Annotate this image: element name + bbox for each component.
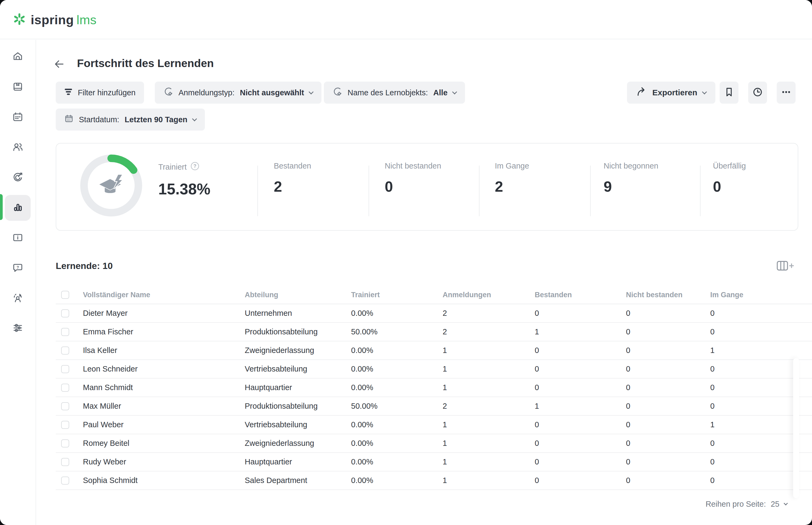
row-checkbox[interactable] — [61, 309, 69, 317]
stat-divider — [590, 166, 591, 216]
sidebar-item-users[interactable] — [5, 135, 31, 161]
row-checkbox[interactable] — [61, 402, 69, 410]
table-row[interactable]: Sophia SchmidtSales Department0.00%1000 — [56, 471, 812, 490]
stat-divider — [257, 166, 258, 216]
top-navbar: ispringlms — [0, 0, 812, 39]
row-checkbox[interactable] — [61, 458, 69, 466]
sidebar-item-settings[interactable] — [5, 316, 31, 341]
cell-department: Zweigniederlassung — [245, 439, 351, 448]
col-header-in-progress[interactable]: Im Gange — [710, 291, 812, 299]
cell-failed: 0 — [626, 402, 710, 410]
more-options-button[interactable] — [777, 81, 796, 104]
start-date-value: Letzten 90 Tagen — [125, 115, 187, 124]
table-body: Dieter MayerUnternehmen0.00%2000Emma Fis… — [56, 304, 812, 490]
calendar-icon — [12, 111, 24, 124]
rows-per-page-select[interactable]: Reihen pro Seite: 25 — [706, 497, 787, 511]
table-row[interactable]: Romey BeitelZweigniederlassung0.00%1000 — [56, 434, 812, 453]
sidebar-item-home[interactable] — [5, 44, 31, 70]
brand-logo[interactable]: ispringlms — [12, 0, 97, 39]
cell-trained: 50.00% — [351, 402, 442, 410]
cell-enrollments: 1 — [442, 439, 535, 448]
help-icon[interactable]: ? — [190, 162, 199, 172]
cell-name: Dieter Mayer — [83, 309, 245, 318]
stat-divider — [369, 166, 369, 216]
export-button[interactable]: Exportieren — [627, 81, 715, 104]
select-all-checkbox[interactable] — [61, 291, 69, 299]
col-header-trained[interactable]: Trainiert — [351, 291, 442, 299]
cell-trained: 0.00% — [351, 439, 442, 448]
sidebar-item-goals[interactable] — [5, 165, 31, 191]
table-row[interactable]: Max MüllerProduktionsabteilung50.00%2100 — [56, 397, 812, 416]
table-row[interactable]: Mann SchmidtHauptquartier0.00%1000 — [56, 378, 812, 397]
cell-trained: 0.00% — [351, 420, 442, 429]
cell-failed: 0 — [626, 383, 710, 392]
table-row[interactable]: Paul WeberVertriebsabteilung0.00%1001 — [56, 416, 812, 434]
col-header-failed[interactable]: Nicht bestanden — [626, 291, 710, 299]
cell-passed: 0 — [535, 309, 626, 318]
col-header-department[interactable]: Abteilung — [245, 291, 351, 299]
chat-question-icon: ? — [12, 261, 24, 275]
table-scrollbar[interactable] — [793, 358, 799, 498]
back-button[interactable] — [53, 58, 66, 71]
stat-overdue: Überfällig 0 — [713, 162, 746, 195]
history-button[interactable] — [748, 81, 767, 104]
col-header-passed[interactable]: Bestanden — [535, 291, 626, 299]
sidebar-item-calendar[interactable] — [5, 104, 31, 130]
ellipsis-icon — [781, 87, 792, 99]
cell-trained: 0.00% — [351, 383, 442, 392]
enrollment-type-filter[interactable]: Anmeldungstyp: Nicht ausgewählt — [155, 81, 321, 104]
cell-name: Ilsa Keller — [83, 346, 245, 355]
learning-object-value: Alle — [433, 88, 448, 97]
sidebar-item-courses[interactable] — [5, 74, 31, 100]
cell-enrollments: 2 — [442, 327, 535, 336]
table-row[interactable]: Ilsa KellerZweigniederlassung0.00%1001 — [56, 341, 812, 360]
table-row[interactable]: Rudy WeberHauptquartier0.00%1000 — [56, 453, 812, 471]
page-title: Fortschritt des Lernenden — [77, 57, 214, 70]
row-checkbox[interactable] — [61, 346, 69, 355]
sidebar-item-help[interactable]: ? — [5, 255, 31, 281]
cell-trained: 50.00% — [351, 327, 442, 336]
sidebar-item-reports[interactable] — [5, 195, 31, 221]
filter-settings-icon — [332, 87, 342, 99]
col-header-name[interactable]: Vollständiger Name — [83, 291, 245, 299]
stat-label: Nicht bestanden — [385, 162, 441, 170]
stat-label: Trainiert — [158, 163, 186, 171]
chevron-down-icon — [192, 116, 197, 121]
filter-icon — [64, 88, 72, 97]
cell-department: Hauptquartier — [245, 383, 351, 392]
add-filter-button[interactable]: Filter hinzufügen — [56, 81, 144, 104]
stat-failed: Nicht bestanden 0 — [385, 162, 441, 195]
home-icon — [12, 50, 24, 64]
cell-enrollments: 1 — [442, 420, 535, 429]
learning-object-filter[interactable]: Name des Lernobjekts: Alle — [324, 81, 465, 104]
stat-value: 2 — [495, 178, 529, 195]
cell-name: Sophia Schmidt — [83, 476, 245, 485]
col-header-enrollments[interactable]: Anmeldungen — [442, 291, 535, 299]
webinar-icon — [12, 291, 24, 305]
row-checkbox[interactable] — [61, 384, 69, 392]
add-filter-label: Filter hinzufügen — [78, 88, 135, 97]
row-checkbox[interactable] — [61, 439, 69, 448]
clock-icon — [752, 87, 763, 99]
stat-trained: Trainiert ? 15.38% — [158, 162, 210, 198]
table-header-row: Vollständiger Name Abteilung Trainiert A… — [56, 286, 812, 304]
table-row[interactable]: Emma FischerProduktionsabteilung50.00%21… — [56, 323, 812, 341]
stat-divider — [479, 166, 480, 216]
bookmark-button[interactable] — [720, 81, 738, 104]
cell-passed: 0 — [535, 364, 626, 373]
cell-name: Paul Weber — [83, 420, 245, 429]
table-row[interactable]: Dieter MayerUnternehmen0.00%2000 — [56, 304, 812, 323]
chevron-down-icon — [309, 89, 314, 94]
row-checkbox[interactable] — [61, 365, 69, 373]
table-row[interactable]: Leon SchneiderVertriebsabteilung0.00%100… — [56, 360, 812, 378]
row-checkbox[interactable] — [61, 328, 69, 336]
sidebar-item-webinars[interactable] — [5, 285, 31, 311]
start-date-filter[interactable]: Startdatum: Letzten 90 Tagen — [56, 108, 205, 131]
enrollment-type-value: Nicht ausgewählt — [240, 88, 304, 97]
stat-passed: Bestanden 2 — [274, 162, 311, 195]
row-checkbox[interactable] — [61, 421, 69, 429]
row-checkbox[interactable] — [61, 477, 69, 485]
manage-columns-button[interactable] — [777, 259, 795, 272]
cell-trained: 0.00% — [351, 457, 442, 466]
sidebar-item-kiosk[interactable] — [5, 225, 31, 251]
